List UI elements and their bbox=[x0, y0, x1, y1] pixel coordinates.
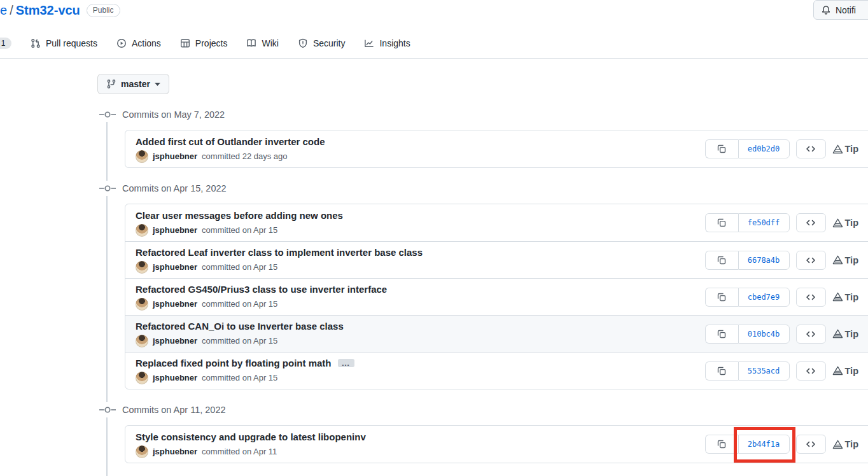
commit-description-toggle[interactable]: … bbox=[338, 359, 354, 367]
tip-button[interactable]: Tip bbox=[832, 255, 858, 265]
copy-icon bbox=[717, 218, 727, 228]
commit-group-date: Commits on May 7, 2022 bbox=[122, 109, 225, 120]
commit-author-link[interactable]: jsphuebner bbox=[153, 261, 197, 274]
author-avatar[interactable] bbox=[136, 261, 148, 274]
code-icon bbox=[806, 439, 816, 449]
tab-pull-requests[interactable]: Pull requests bbox=[31, 38, 97, 48]
author-avatar[interactable] bbox=[136, 335, 148, 347]
browse-code-button[interactable] bbox=[796, 435, 826, 454]
commit-actions: ed0b2d0 Tip bbox=[705, 139, 858, 158]
commit-title-link[interactable]: Style consistency and upgrade to latest … bbox=[136, 431, 366, 443]
commit-sha-link[interactable]: 6678a4b bbox=[738, 251, 790, 270]
copy-sha-button[interactable] bbox=[705, 251, 738, 270]
commit-sha-link[interactable]: fe50dff bbox=[738, 213, 790, 232]
author-avatar[interactable] bbox=[136, 372, 148, 384]
visibility-badge: Public bbox=[87, 4, 120, 17]
commit-actions: fe50dff Tip bbox=[705, 213, 858, 232]
breadcrumb: e/Stm32-vcuPublic bbox=[0, 2, 868, 18]
tab-label: Wiki bbox=[262, 38, 278, 48]
tip-label: Tip bbox=[845, 218, 858, 228]
author-avatar[interactable] bbox=[136, 224, 148, 237]
commit-author-link[interactable]: jsphuebner bbox=[153, 224, 197, 237]
commit-list-card: Style consistency and upgrade to latest … bbox=[125, 425, 868, 463]
browse-code-button[interactable] bbox=[796, 325, 826, 344]
tab-security[interactable]: Security bbox=[298, 38, 346, 48]
commit-title-link[interactable]: Refactored CAN_Oi to use Inverter base c… bbox=[136, 320, 344, 332]
browse-code-button[interactable] bbox=[796, 139, 826, 158]
commit-info: Refactored CAN_Oi to use Inverter base c… bbox=[136, 320, 705, 347]
commit-title-link[interactable]: Replaced fixed point by floating point m… bbox=[136, 357, 332, 369]
code-icon bbox=[806, 329, 816, 339]
copy-sha-button[interactable] bbox=[705, 213, 738, 232]
commit-title-link[interactable]: Clear user messages before adding new on… bbox=[136, 209, 343, 221]
commit-group-heading: Commits on Apr 15, 2022 bbox=[0, 182, 868, 195]
commit-title-link[interactable]: Refactored GS450/Prius3 class to use inv… bbox=[136, 283, 387, 295]
copy-sha-button[interactable] bbox=[705, 325, 738, 344]
copy-icon bbox=[717, 255, 727, 265]
copy-sha-button[interactable] bbox=[705, 435, 738, 454]
author-avatar[interactable] bbox=[136, 445, 148, 458]
commit-author-link[interactable]: jsphuebner bbox=[153, 298, 197, 311]
commit-row: Replaced fixed point by floating point m… bbox=[125, 352, 868, 389]
graph-icon bbox=[364, 38, 374, 48]
notifications-label: Notifi bbox=[836, 5, 856, 15]
tip-button[interactable]: Tip bbox=[832, 439, 858, 450]
browse-code-button[interactable] bbox=[796, 213, 826, 232]
commit-author-link[interactable]: jsphuebner bbox=[153, 372, 197, 384]
copy-sha-button[interactable] bbox=[705, 361, 738, 381]
tab-wiki[interactable]: Wiki bbox=[246, 38, 278, 48]
commit-author-link[interactable]: jsphuebner bbox=[153, 445, 197, 458]
copy-icon bbox=[717, 439, 727, 449]
browse-code-button[interactable] bbox=[796, 251, 826, 270]
commit-meta-text: committed 22 days ago bbox=[202, 150, 287, 163]
tip-triangle-icon bbox=[832, 291, 843, 302]
commit-group-date: Commits on Apr 11, 2022 bbox=[122, 405, 226, 415]
commit-row: Style consistency and upgrade to latest … bbox=[125, 426, 868, 463]
commit-author-link[interactable]: jsphuebner bbox=[153, 335, 197, 347]
commit-info: Clear user messages before adding new on… bbox=[136, 209, 705, 237]
tab-actions[interactable]: Actions bbox=[116, 38, 161, 48]
commit-node-icon bbox=[99, 107, 116, 122]
tip-button[interactable]: Tip bbox=[832, 218, 858, 228]
copy-icon bbox=[717, 329, 727, 339]
commit-title-link[interactable]: Refactored Leaf inverter class to implem… bbox=[136, 246, 423, 258]
bell-icon bbox=[821, 5, 831, 15]
browse-code-button[interactable] bbox=[796, 288, 826, 307]
commit-row: Refactored GS450/Prius3 class to use inv… bbox=[125, 278, 868, 315]
tab-label: Pull requests bbox=[46, 38, 97, 48]
copy-sha-button[interactable] bbox=[705, 139, 738, 158]
copy-icon bbox=[717, 144, 727, 154]
tip-button[interactable]: Tip bbox=[832, 365, 858, 376]
shield-icon bbox=[298, 38, 308, 48]
tab-label: Security bbox=[313, 38, 346, 48]
commit-author-link[interactable]: jsphuebner bbox=[153, 150, 197, 163]
commit-actions: 2b44f1a Tip bbox=[705, 435, 858, 454]
owner-link[interactable]: e bbox=[0, 3, 7, 17]
tip-triangle-icon bbox=[832, 144, 843, 155]
branch-selector-button[interactable]: master bbox=[97, 74, 169, 94]
tip-button[interactable]: Tip bbox=[832, 144, 858, 155]
author-avatar[interactable] bbox=[136, 298, 148, 311]
tip-button[interactable]: Tip bbox=[832, 291, 858, 302]
commit-sha-link[interactable]: ed0b2d0 bbox=[738, 139, 790, 158]
commit-sha-link[interactable]: 5535acd bbox=[738, 361, 790, 381]
author-avatar[interactable] bbox=[136, 150, 148, 163]
tip-button[interactable]: Tip bbox=[832, 328, 858, 339]
commit-actions: 6678a4b Tip bbox=[705, 251, 858, 270]
repo-name-link[interactable]: Stm32-vcu bbox=[16, 3, 80, 17]
browse-code-button[interactable] bbox=[796, 361, 826, 381]
commit-info: Replaced fixed point by floating point m… bbox=[136, 357, 705, 384]
commit-sha-link[interactable]: 010bc4b bbox=[738, 325, 790, 344]
commit-sha-link[interactable]: cbed7e9 bbox=[738, 288, 790, 307]
copy-icon bbox=[717, 292, 727, 302]
copy-sha-button[interactable] bbox=[705, 288, 738, 307]
commit-sha-link[interactable]: 2b44f1a bbox=[738, 435, 790, 454]
commit-title-link[interactable]: Added first cut of Outlander inverter co… bbox=[136, 136, 325, 148]
code-icon bbox=[806, 292, 816, 302]
code-icon bbox=[806, 144, 816, 154]
tip-triangle-icon bbox=[832, 218, 843, 228]
tab-projects[interactable]: Projects bbox=[180, 38, 228, 48]
commit-group-heading: Commits on May 7, 2022 bbox=[0, 108, 868, 121]
tab-insights[interactable]: Insights bbox=[364, 38, 410, 48]
notifications-button[interactable]: Notifi bbox=[813, 0, 868, 20]
